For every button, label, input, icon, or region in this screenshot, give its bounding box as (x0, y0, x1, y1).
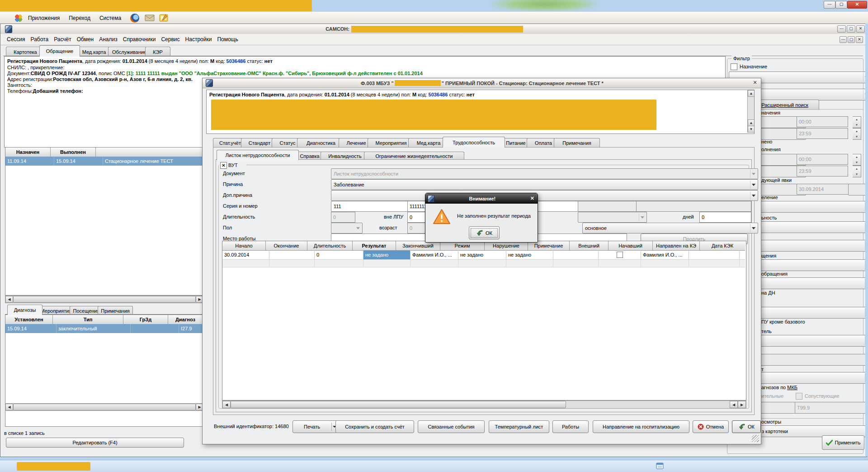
cancel-button[interactable]: Отмена (693, 420, 729, 433)
done-time-from[interactable]: 00:00 (797, 154, 848, 165)
related-events-button[interactable]: Связанные события (418, 420, 485, 433)
tab-ker[interactable]: КЭР (145, 47, 170, 57)
document-combo[interactable]: Листок нетрудоспособности (331, 168, 758, 179)
vut-checkbox[interactable]: ✕ (220, 162, 227, 169)
concomitant-checkbox[interactable] (796, 393, 802, 400)
diagnoses-table-header[interactable]: Установлен Тип ГрЗд Диагноз (5, 315, 203, 324)
diagnosis-row[interactable]: 15.09.14 заключительный I27.9 (5, 324, 203, 333)
done-time-from-spin[interactable]: ▲▼ (853, 154, 861, 166)
appoint-date-label: начения (761, 110, 780, 115)
assignment-checkbox[interactable] (731, 63, 737, 70)
works-button[interactable]: Работы (552, 420, 589, 433)
print-button[interactable]: Печать (292, 420, 340, 433)
extra-reason-combo[interactable] (331, 190, 758, 201)
remote-maximize-button[interactable]: ▢ (835, 1, 847, 9)
edit-button[interactable]: Редактировать (F4) (6, 438, 184, 448)
mail-launcher-icon[interactable] (145, 14, 155, 23)
tab-primechaniya[interactable]: Примечания (98, 306, 133, 315)
period-row-empty (222, 260, 745, 267)
dialog-app-icon (206, 79, 213, 87)
reason-combo[interactable]: Заболевание (331, 179, 758, 190)
series-combo[interactable]: 111 (331, 201, 417, 212)
done-time-to[interactable]: 23:59 (797, 166, 848, 176)
dialog-close-button[interactable]: ✕ (751, 80, 759, 86)
mkb-range-to[interactable]: Т99.9 (795, 402, 866, 414)
notes-launcher-icon[interactable] (159, 14, 169, 23)
taskbar-window-icon[interactable] (656, 462, 664, 471)
menu-settings[interactable]: Настройки (183, 35, 215, 43)
apply-button[interactable]: Применить (822, 435, 864, 450)
tab-obraschenie[interactable]: Обращение (39, 45, 80, 57)
additional-label: ительные (761, 393, 783, 399)
menu-session[interactable]: Сессия (4, 35, 28, 43)
dialog-title: Ф.003 МБУЗ " (361, 81, 394, 86)
done-time-to-spin[interactable]: ▲▼ (853, 166, 861, 177)
main-close-button[interactable]: ✕ (856, 25, 865, 33)
dialog-ok-button[interactable]: ОК (732, 420, 761, 433)
tab-obsluzhivanie[interactable]: Обслуживание (108, 47, 151, 57)
days-label: дней (683, 214, 694, 219)
duration-field[interactable]: 0 (331, 212, 355, 223)
patient-document-line: Документ:СВИД О РОЖД IV-АГ 12344, полис … (7, 71, 423, 76)
event-row[interactable]: 11.09.14 15.09.14 Стационарное лечение Т… (5, 157, 203, 166)
days-field[interactable]: 0 (699, 212, 751, 223)
events-table-header[interactable]: Назначен Выполнен (5, 148, 203, 157)
next-visit-date[interactable]: 30.09.2014 (797, 184, 852, 195)
duration-unit-combo[interactable] (578, 212, 647, 223)
menu-service[interactable]: Сервис (158, 35, 182, 43)
main-minimize-button[interactable]: — (837, 25, 846, 33)
appoint-time-from-spin[interactable]: ▲▼ (853, 116, 861, 128)
vut-label: ВУТ (228, 162, 238, 168)
periods-table-header[interactable]: Начало Окончание Длительность Результат … (222, 241, 745, 251)
remote-close-button[interactable]: ✕ (847, 1, 867, 9)
serial-extra-field-2[interactable] (636, 201, 751, 212)
dialog-tab-trudosposobnost[interactable]: Трудоспособность (443, 137, 505, 148)
alert-close-button[interactable]: ✕ (530, 195, 534, 201)
remote-minimize-button[interactable]: — (824, 1, 835, 9)
events-hscrollbar[interactable]: ◀▶ (5, 296, 204, 303)
menu-places[interactable]: Переход (66, 14, 93, 22)
subtab-sick-list[interactable]: Листок нетрудоспособности (217, 150, 299, 160)
menu-analysis[interactable]: Анализ (96, 35, 120, 43)
mdi-close-button[interactable]: ✕ (856, 36, 863, 43)
mdi-restore-button[interactable]: ▢ (848, 36, 855, 43)
main-maximize-button[interactable]: ▢ (847, 25, 855, 33)
appoint-time-from[interactable]: 00:00 (797, 116, 848, 127)
alert-ok-button[interactable]: ОК (469, 226, 500, 239)
sex-combo[interactable] (331, 223, 363, 234)
dialog-tab-meropriyatiya[interactable]: Мероприятия (368, 138, 415, 148)
save-and-bill-button[interactable]: Сохранить и создать счёт (335, 420, 414, 433)
dialog-tab-diagnostika[interactable]: Диагностика (297, 138, 345, 148)
dialog-patient-vscrollbar[interactable]: ▲ ▲ ▼ (747, 90, 754, 133)
mdi-minimize-button[interactable]: — (840, 36, 847, 43)
serial-extra-field-1[interactable] (578, 201, 637, 212)
speciality-label: ьность (761, 215, 777, 220)
hospitalization-button[interactable]: Направление на госпитализацию (593, 420, 689, 433)
appoint-time-to[interactable]: 23:59 (797, 128, 848, 139)
executor-label: тель (761, 329, 772, 334)
dialog-titlebar[interactable]: Ф.003 МБУЗ " " ПРИЕМНЫЙ ПОКОЙ - Стациона… (203, 78, 761, 88)
dialog-tab-primechaniya[interactable]: Примечания (554, 138, 600, 148)
alert-titlebar[interactable]: Внимание! ✕ (425, 193, 538, 204)
main-window-titlebar[interactable]: САМСОН: — ▢ ✕ (0, 24, 867, 34)
menu-work[interactable]: Работа (28, 35, 52, 43)
menu-exchange[interactable]: Обмен (74, 35, 97, 43)
menu-help[interactable]: Помощь (214, 35, 241, 43)
patient-address-line: Адрес регистрации:Ростовская обл, Азовск… (7, 76, 193, 82)
event-kind-label: обращения (761, 271, 788, 277)
menu-system[interactable]: Система (97, 14, 124, 22)
periods-hscrollbar[interactable]: ◀ ◀ ▶ (222, 400, 746, 409)
t-label: т (761, 367, 764, 372)
base-combo[interactable]: основное (582, 223, 758, 234)
menu-applications[interactable]: Приложения (25, 14, 62, 22)
diagnoses-hscrollbar[interactable]: ◀▶ (5, 403, 204, 411)
appoint-time-to-spin[interactable]: ▲▼ (853, 128, 861, 140)
external-checkbox[interactable] (617, 252, 623, 258)
menu-references[interactable]: Справочники (120, 35, 159, 43)
temperature-sheet-button[interactable]: Температурный лист (489, 420, 549, 433)
period-row[interactable]: 30.09.2014 0 не задано Фамилия И.О., ...… (222, 250, 745, 260)
menu-calc[interactable]: Расчёт (51, 35, 74, 43)
dialog-resize-grip[interactable] (752, 435, 759, 442)
firefox-launcher-icon[interactable] (130, 14, 139, 23)
tab-diagnozy[interactable]: Диагнозы (7, 305, 42, 315)
